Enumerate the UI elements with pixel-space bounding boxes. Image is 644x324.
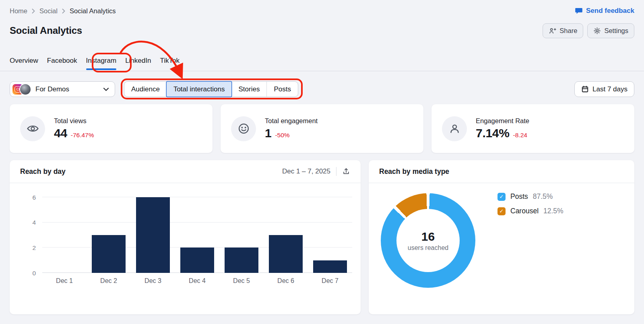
eye-icon	[20, 116, 45, 141]
donut-center-label: users reached	[408, 244, 448, 252]
chart-title: Reach by day	[20, 167, 66, 176]
header-divider	[336, 167, 336, 176]
x-axis-label: Dec 3	[131, 277, 175, 285]
share-button-label: Share	[559, 27, 577, 35]
legend-item-carousel[interactable]: ✓ Carousel 12.5%	[497, 207, 564, 215]
share-button[interactable]: Share	[543, 23, 583, 38]
x-axis-label: Dec 2	[87, 277, 131, 285]
profile-avatar	[20, 84, 31, 95]
settings-button-label: Settings	[604, 27, 628, 35]
breadcrumb: Home Social Social Analytics	[10, 7, 116, 15]
y-axis-tick: 6	[32, 194, 36, 200]
smiley-icon	[231, 116, 256, 141]
calendar-icon	[581, 85, 589, 93]
y-axis-tick: 0	[32, 270, 36, 276]
reach-by-day-header: Reach by day Dec 1 – 7, 2025	[10, 160, 361, 183]
legend-percentage: 12.5%	[543, 207, 564, 215]
metric-change: -50%	[275, 132, 289, 139]
subtab[interactable]: Total interactions	[167, 82, 232, 97]
reach-by-media-type-card: Reach by media type 16 users reached ✓ P…	[369, 160, 634, 314]
main-tab[interactable]: Facebook	[47, 57, 77, 71]
controls-row: For Demos Audience Total interactions St…	[10, 81, 634, 97]
legend-checkbox[interactable]: ✓	[497, 193, 506, 201]
legend-percentage: 87.5%	[533, 192, 553, 201]
main-tab[interactable]: LinkedIn	[125, 57, 151, 71]
metric-label: Total views	[54, 117, 94, 125]
breadcrumb-home[interactable]: Home	[10, 7, 27, 15]
x-axis-label: Dec 7	[308, 277, 352, 285]
reach-by-day-card: Reach by day Dec 1 – 7, 2025 0246Dec 1De…	[10, 160, 361, 314]
breadcrumb-current: Social Analytics	[70, 7, 116, 15]
metric-label: Engagement Rate	[476, 117, 529, 125]
bar-chart-plot: 0246Dec 1Dec 2Dec 3Dec 4Dec 5Dec 6Dec 7	[42, 197, 352, 273]
social-analytics-page: { "breadcrumb": { "items": ["Home", "Soc…	[0, 0, 644, 324]
bar-dec-6	[269, 235, 303, 273]
metrics-row: Total views 44 -76.47% Total engagement …	[10, 104, 634, 153]
bar-dec-3	[136, 197, 170, 273]
subtab[interactable]: Posts	[266, 82, 298, 97]
breadcrumb-row: Home Social Social Analytics Send feedba…	[10, 6, 634, 16]
subtab[interactable]: Audience	[124, 82, 167, 97]
bar-dec-2	[92, 235, 126, 273]
charts-row: Reach by day Dec 1 – 7, 2025 0246Dec 1De…	[10, 160, 634, 314]
chevron-right-icon	[32, 8, 35, 14]
legend-checkbox[interactable]: ✓	[497, 207, 506, 215]
page-title: Social Analytics	[10, 25, 82, 36]
chart-date-range: Dec 1 – 7, 2025	[282, 167, 330, 175]
x-axis-label: Dec 6	[264, 277, 308, 285]
donut-center-value: 16	[421, 230, 435, 244]
metric-value: 1	[265, 126, 271, 140]
metric-label: Total engagement	[265, 117, 318, 125]
metric-value: 44	[54, 126, 67, 140]
send-feedback-link[interactable]: Send feedback	[575, 7, 634, 15]
donut-center: 16 users reached	[396, 209, 460, 272]
settings-button[interactable]: Settings	[587, 23, 634, 38]
chevron-down-icon	[103, 87, 109, 91]
export-icon[interactable]	[342, 167, 350, 175]
profile-select-value: For Demos	[35, 85, 69, 93]
metric-card-total-views: Total views 44 -76.47%	[10, 104, 213, 153]
metric-change: -8.24	[513, 132, 527, 139]
send-feedback-label: Send feedback	[586, 7, 634, 15]
donut-legend: ✓ Posts 87.5% ✓ Carousel 12.5%	[497, 192, 564, 215]
breadcrumb-social[interactable]: Social	[39, 7, 58, 15]
y-axis-tick: 4	[32, 219, 36, 226]
subtabs-segmented-control: Audience Total interactions Stories Post…	[124, 81, 298, 97]
main-tab[interactable]: Overview	[10, 57, 38, 71]
bar-dec-7	[313, 260, 347, 273]
main-tabs: Overview Facebook Instagram LinkedIn Tik…	[10, 57, 180, 71]
subtab[interactable]: Stories	[231, 82, 266, 97]
chevron-right-icon	[62, 8, 65, 14]
metric-card-engagement-rate: Engagement Rate 7.14% -8.24	[431, 104, 634, 153]
chart-title: Reach by media type	[379, 167, 449, 176]
date-range-button[interactable]: Last 7 days	[574, 81, 634, 97]
metric-card-total-engagement: Total engagement 1 -50%	[221, 104, 423, 153]
metric-value: 7.14%	[476, 126, 510, 140]
y-axis-tick: 2	[32, 245, 36, 251]
person-icon	[442, 116, 467, 141]
donut-chart: 16 users reached	[381, 193, 475, 288]
metric-change: -76.47%	[71, 132, 94, 139]
legend-label: Posts	[510, 192, 528, 201]
gear-icon	[593, 27, 601, 35]
share-person-icon	[549, 27, 556, 35]
main-tab[interactable]: Instagram	[86, 57, 117, 71]
legend-label: Carousel	[510, 207, 539, 215]
x-axis-label: Dec 4	[175, 277, 219, 285]
legend-item-posts[interactable]: ✓ Posts 87.5%	[497, 192, 564, 201]
title-row: Social Analytics Share Settings	[10, 23, 634, 39]
title-actions: Share Settings	[543, 23, 634, 38]
main-tab[interactable]: TikTok	[160, 57, 180, 71]
bar-dec-4	[180, 248, 214, 273]
bar-dec-5	[225, 248, 258, 273]
reach-by-media-type-header: Reach by media type	[369, 160, 634, 183]
feedback-bubble-icon	[575, 7, 583, 15]
x-axis-label: Dec 5	[219, 277, 264, 285]
x-axis-label: Dec 1	[42, 277, 87, 285]
date-range-label: Last 7 days	[592, 85, 627, 93]
profile-select[interactable]: For Demos	[10, 81, 115, 97]
